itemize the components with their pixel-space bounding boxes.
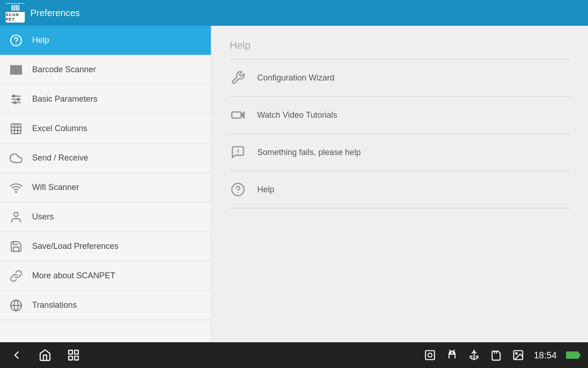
help-circle-icon [230, 181, 246, 198]
sidebar-label-barcode-scanner: Barcode Scanner [32, 65, 96, 75]
barcode-icon [9, 63, 23, 77]
sidebar-item-basic-parameters[interactable]: Basic Parameters [0, 85, 211, 114]
svg-point-13 [14, 101, 16, 104]
panel-item-help[interactable]: Help [230, 171, 570, 208]
svg-point-43 [516, 353, 517, 354]
svg-point-11 [13, 95, 15, 97]
image-icon [512, 349, 525, 362]
svg-line-37 [450, 350, 451, 351]
svg-rect-5 [17, 65, 17, 74]
android-icon [446, 349, 458, 362]
save-icon [9, 240, 23, 253]
recents-button[interactable] [66, 348, 81, 362]
sidebar-label-users: Users [32, 212, 54, 222]
app-title: Preferences [30, 8, 80, 18]
svg-rect-7 [20, 65, 21, 74]
panel-item-label-help: Help [257, 185, 274, 195]
panel-item-something-fails[interactable]: Something fails, please help [230, 134, 570, 171]
help-icon [9, 34, 23, 47]
sidebar-item-wifi-scanner[interactable]: Wifi Scanner [0, 173, 211, 202]
app-logo: SCAN PET [6, 3, 25, 23]
svg-rect-33 [425, 351, 435, 360]
sidebar: Help Barcode Scanner [0, 26, 211, 342]
sidebar-item-save-load[interactable]: Save/Load Preferences [0, 232, 211, 261]
svg-point-36 [453, 352, 454, 353]
sidebar-item-send-receive[interactable]: Send / Receive [0, 144, 211, 173]
svg-point-39 [474, 359, 475, 360]
panel-item-label-something-fails: Something fails, please help [257, 148, 361, 157]
panel-item-label-watch-video: Watch Video Tutorials [257, 110, 337, 120]
wifi-icon [9, 181, 23, 195]
sidebar-label-save-load: Save/Load Preferences [32, 242, 119, 251]
bottom-nav-left [9, 348, 81, 362]
main-content: Help Barcode Scanner [0, 26, 588, 342]
sidebar-item-more-about[interactable]: More about SCANPET [0, 261, 211, 291]
usb-icon [468, 349, 481, 362]
svg-rect-30 [74, 351, 78, 354]
sidebar-item-translations[interactable]: Translations [0, 291, 211, 320]
sidebar-item-help[interactable]: Help [0, 26, 211, 55]
back-button[interactable] [9, 348, 24, 362]
battery-icon [566, 351, 579, 359]
sd-card-icon [490, 349, 503, 362]
svg-rect-32 [74, 356, 78, 360]
sidebar-item-users[interactable]: Users [0, 202, 211, 232]
cloud-icon [9, 151, 23, 165]
sidebar-label-send-receive: Send / Receive [32, 153, 88, 163]
sidebar-item-barcode-scanner[interactable]: Barcode Scanner [0, 55, 211, 85]
svg-rect-31 [69, 356, 73, 360]
wrench-icon [230, 69, 246, 86]
panel-item-config-wizard[interactable]: Configuration Wizard [230, 59, 570, 97]
user-icon [9, 210, 23, 224]
svg-rect-2 [11, 65, 11, 74]
bottom-status-right: 18:54 [424, 349, 579, 362]
logo-text: SCAN PET [6, 12, 25, 22]
sidebar-label-excel-columns: Excel Columns [32, 124, 87, 133]
svg-point-34 [428, 353, 432, 357]
svg-rect-29 [69, 351, 73, 354]
svg-rect-6 [18, 65, 19, 74]
chat-icon [230, 144, 246, 161]
svg-rect-23 [232, 112, 241, 118]
bottom-bar: 18:54 [0, 342, 588, 368]
sidebar-label-translations: Translations [32, 300, 77, 310]
svg-point-19 [16, 191, 17, 192]
screenshot-icon [424, 349, 436, 362]
svg-line-38 [453, 350, 454, 351]
svg-rect-3 [13, 65, 13, 74]
sidebar-label-basic-parameters: Basic Parameters [32, 94, 97, 104]
svg-point-35 [450, 352, 451, 353]
svg-rect-14 [11, 124, 21, 133]
clock-display: 18:54 [534, 350, 557, 361]
sidebar-label-more-about: More about SCANPET [32, 271, 115, 281]
top-bar: SCAN PET Preferences [0, 0, 588, 26]
grid-icon [9, 122, 23, 136]
sidebar-label-help: Help [32, 35, 49, 45]
svg-point-20 [14, 212, 18, 216]
globe-icon [9, 299, 23, 312]
sidebar-label-wifi-scanner: Wifi Scanner [32, 183, 79, 192]
sliders-icon [9, 92, 23, 106]
content-panel: Help Configuration Wizard Watch Video Tu… [211, 26, 588, 342]
svg-point-12 [17, 98, 19, 100]
panel-title: Help [230, 40, 570, 52]
svg-rect-4 [15, 65, 16, 74]
sidebar-item-excel-columns[interactable]: Excel Columns [0, 114, 211, 144]
home-button[interactable] [38, 348, 52, 362]
panel-item-label-config-wizard: Configuration Wizard [257, 73, 334, 83]
video-icon [230, 107, 246, 123]
link-icon [9, 269, 23, 283]
panel-item-watch-video[interactable]: Watch Video Tutorials [230, 97, 570, 134]
